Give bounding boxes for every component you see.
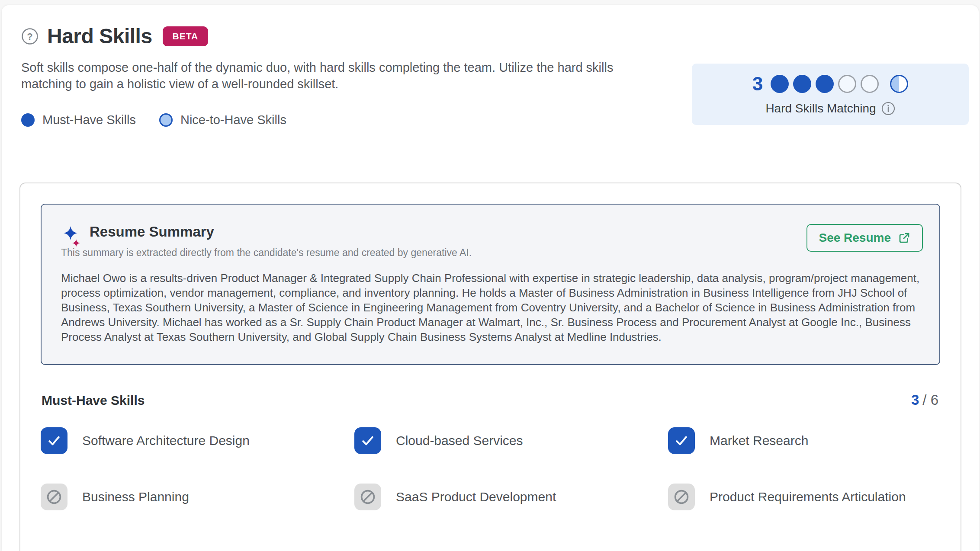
info-icon[interactable] [881,102,895,115]
score-number: 3 [752,73,763,95]
skill-item: Cloud-based Services [354,427,668,454]
legend-label: Nice-to-Have Skills [180,113,286,127]
help-circle-icon[interactable]: ? [21,28,39,45]
svg-text:?: ? [27,31,32,42]
must-have-section-header: Must-Have Skills 3/ 6 [41,392,940,408]
see-resume-button[interactable]: See Resume [806,224,923,252]
must-have-dot-icon [21,113,35,127]
legend-label: Must-Have Skills [42,113,136,127]
not-matched-icon[interactable] [41,484,67,510]
skill-item: SaaS Product Development [354,484,668,510]
legend-item-must-have: Must-Have Skills [21,113,136,127]
hard-skills-card: Resume Summary This summary is extracted… [19,183,961,551]
not-matched-icon[interactable] [668,484,695,510]
see-resume-label: See Resume [819,231,891,245]
score-label: Hard Skills Matching [765,102,876,115]
page-title: Hard Skills [47,24,152,48]
checkbox-checked-icon[interactable] [354,427,381,454]
match-count-total: / 6 [922,392,938,408]
resume-summary-body: Michael Owo is a results-driven Product … [61,271,920,344]
score-dot-empty [838,75,856,93]
legend-item-nice-to-have: Nice-to-Have Skills [159,113,286,127]
resume-summary-subtitle: This summary is extracted directly from … [61,247,920,259]
skill-label: Market Research [710,433,808,448]
match-count-value: 3 [911,392,919,408]
page-card: ? Hard Skills BETA Soft skills compose o… [2,5,979,551]
skill-label: SaaS Product Development [396,490,556,504]
match-count: 3/ 6 [911,392,938,408]
skill-label: Product Requirements Articulation [710,490,906,504]
skill-label: Business Planning [82,490,189,504]
skill-item: Market Research [668,427,940,454]
external-link-icon [898,231,911,244]
checkbox-checked-icon[interactable] [668,427,695,454]
checkbox-checked-icon[interactable] [41,427,67,454]
hard-skills-score-card: 3 Hard Skills Matching [692,64,969,125]
skill-item: Business Planning [41,484,354,510]
skill-item: Product Requirements Articulation [668,484,940,510]
resume-summary-box: Resume Summary This summary is extracted… [41,204,940,365]
skill-label: Software Architecture Design [82,433,250,448]
score-dot-half-filled [890,75,908,93]
section-description: Soft skills compose one-half of the dyna… [21,59,662,92]
not-matched-icon[interactable] [354,484,381,510]
ai-sparkles-icon [61,225,82,249]
skill-label: Cloud-based Services [396,433,523,448]
skill-item: Software Architecture Design [41,427,354,454]
nice-to-have-dot-icon [159,113,173,127]
score-dot-filled [771,75,789,93]
score-label-row: Hard Skills Matching [765,102,895,115]
score-dot-empty [861,75,879,93]
title-row: ? Hard Skills BETA [21,24,979,48]
resume-summary-title: Resume Summary [90,224,920,240]
score-dots: 3 [752,73,908,95]
must-have-skills-grid: Software Architecture Design Cloud-based… [41,427,940,510]
beta-badge: BETA [163,26,209,46]
must-have-section-title: Must-Have Skills [42,393,145,408]
score-dot-filled [793,75,811,93]
score-dot-filled [816,75,834,93]
